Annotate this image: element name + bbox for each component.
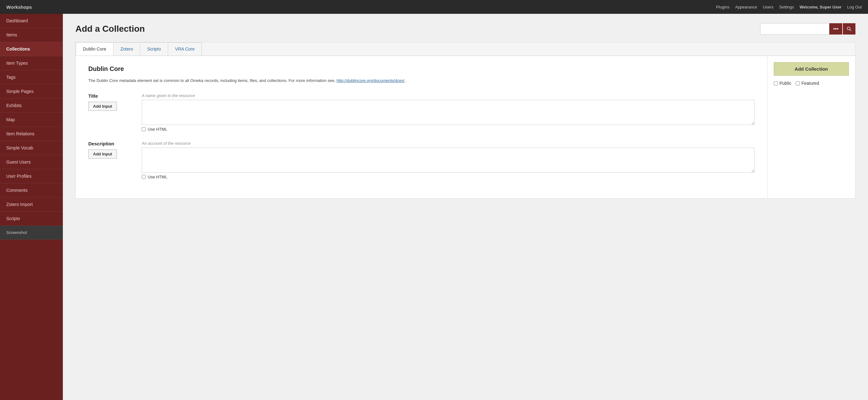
title-use-html-checkbox[interactable] xyxy=(142,127,146,131)
sidebar-item-items[interactable]: Items xyxy=(0,28,63,42)
sidebar-item-user-profiles[interactable]: User Profiles xyxy=(0,169,63,184)
title-label-col: Title Add Input xyxy=(88,93,132,132)
title-field-group: Title Add Input A name given to the reso… xyxy=(88,93,754,132)
title-label: Title xyxy=(88,93,132,99)
title-use-html-label: Use HTML xyxy=(148,127,167,132)
search-bar: ••• xyxy=(760,23,856,35)
top-navigation: Workshops Plugins Appearance Users Setti… xyxy=(0,0,868,14)
sidebar-item-guest-users[interactable]: Guest Users xyxy=(0,155,63,169)
public-featured-row: Public Featured xyxy=(774,81,849,86)
sidebar-item-exhibits[interactable]: Exhibits xyxy=(0,99,63,113)
content-area: Dublin Core Zotero Scripto VRA Core Dubl… xyxy=(75,42,856,198)
title-input-col: A name given to the resource Use HTML xyxy=(142,93,754,132)
description-field-group: Description Add Input An account of the … xyxy=(88,141,754,179)
sidebar-item-collections[interactable]: Collections xyxy=(0,42,63,56)
svg-point-0 xyxy=(847,27,850,30)
sidebar-item-map[interactable]: Map xyxy=(0,113,63,127)
tab-bar: Dublin Core Zotero Scripto VRA Core xyxy=(76,42,855,56)
public-label[interactable]: Public xyxy=(774,81,791,86)
description-use-html-row: Use HTML xyxy=(142,174,754,179)
description-hint: An account of the resource xyxy=(142,141,754,146)
tab-dublin-core[interactable]: Dublin Core xyxy=(76,42,114,56)
appearance-link[interactable]: Appearance xyxy=(735,5,757,9)
search-input[interactable] xyxy=(760,23,829,35)
title-textarea[interactable] xyxy=(142,100,754,125)
sidebar-item-screenshot[interactable]: Screenshot xyxy=(0,226,63,239)
page-layout: Dashboard Items Collections Item Types T… xyxy=(0,14,868,400)
title-hint: A name given to the resource xyxy=(142,93,754,98)
description-add-input-button[interactable]: Add Input xyxy=(88,149,117,159)
content-body: Dublin Core The Dublin Core metadata ele… xyxy=(76,56,855,198)
sidebar-item-simple-pages[interactable]: Simple Pages xyxy=(0,85,63,99)
welcome-text: Welcome, Super User xyxy=(800,5,841,9)
sidebar: Dashboard Items Collections Item Types T… xyxy=(0,14,63,400)
sidebar-item-tags[interactable]: Tags xyxy=(0,70,63,85)
dublin-core-link[interactable]: http://dublincore.org/documents/dces/ xyxy=(337,78,405,83)
logout-link[interactable]: Log Out xyxy=(847,5,862,9)
tab-vra-core[interactable]: VRA Core xyxy=(168,42,202,56)
tab-zotero[interactable]: Zotero xyxy=(113,42,140,56)
dublin-core-title: Dublin Core xyxy=(88,65,754,72)
sidebar-item-zotero-import[interactable]: Zotero Import xyxy=(0,198,63,212)
users-link[interactable]: Users xyxy=(763,5,773,9)
title-use-html-row: Use HTML xyxy=(142,127,754,132)
main-header: Add a Collection ••• xyxy=(75,23,856,35)
search-button[interactable] xyxy=(843,23,856,35)
sidebar-item-scripto[interactable]: Scripto xyxy=(0,212,63,226)
sidebar-item-comments[interactable]: Comments xyxy=(0,184,63,198)
sidebar-item-simple-vocab[interactable]: Simple Vocab xyxy=(0,141,63,155)
sidebar-item-item-types[interactable]: Item Types xyxy=(0,56,63,70)
svg-line-1 xyxy=(850,30,851,31)
featured-checkbox[interactable] xyxy=(796,81,800,86)
sidebar-item-item-relations[interactable]: Item Relations xyxy=(0,127,63,141)
add-collection-button[interactable]: Add Collection xyxy=(774,62,849,76)
dublin-core-description: The Dublin Core metadata element set is … xyxy=(88,77,754,84)
public-checkbox[interactable] xyxy=(774,81,778,86)
main-content: Add a Collection ••• Dublin Core Zotero … xyxy=(63,14,868,400)
settings-link[interactable]: Settings xyxy=(779,5,794,9)
description-label: Description xyxy=(88,141,132,146)
page-title: Add a Collection xyxy=(75,24,145,34)
search-icon xyxy=(847,26,852,31)
tab-scripto[interactable]: Scripto xyxy=(140,42,168,56)
search-options-button[interactable]: ••• xyxy=(829,23,842,35)
action-sidebar: Add Collection Public Featured xyxy=(767,56,855,198)
description-label-col: Description Add Input xyxy=(88,141,132,179)
description-textarea[interactable] xyxy=(142,147,754,173)
sidebar-item-dashboard[interactable]: Dashboard xyxy=(0,14,63,28)
description-input-col: An account of the resource Use HTML xyxy=(142,141,754,179)
title-add-input-button[interactable]: Add Input xyxy=(88,102,117,111)
description-use-html-checkbox[interactable] xyxy=(142,175,146,179)
featured-label[interactable]: Featured xyxy=(796,81,819,86)
form-section: Dublin Core The Dublin Core metadata ele… xyxy=(76,56,767,198)
site-name[interactable]: Workshops xyxy=(6,4,32,10)
top-nav-links: Plugins Appearance Users Settings Welcom… xyxy=(716,5,862,9)
plugins-link[interactable]: Plugins xyxy=(716,5,730,9)
description-use-html-label: Use HTML xyxy=(148,174,167,179)
